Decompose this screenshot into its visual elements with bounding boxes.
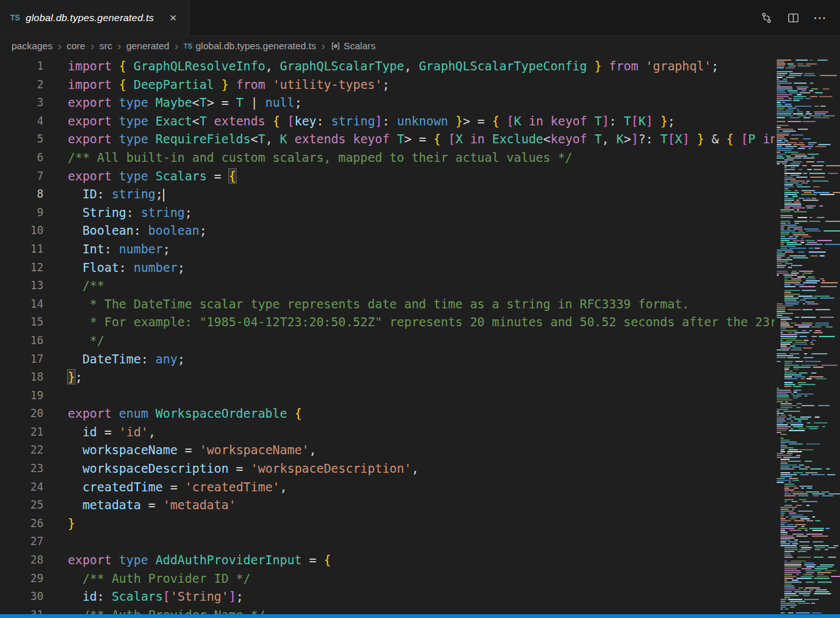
code-line[interactable]: 1import { GraphQLResolveInfo, GraphQLSca… <box>0 57 775 75</box>
line-number[interactable]: 9 <box>0 203 43 222</box>
line-number[interactable]: 18 <box>0 368 43 386</box>
code-token <box>265 114 272 128</box>
minimap[interactable] <box>775 56 840 614</box>
code-line[interactable]: 6/** All built-in and custom scalars, ma… <box>0 148 775 167</box>
code-line-content: id = 'id', <box>43 423 155 441</box>
line-number[interactable]: 22 <box>0 441 43 459</box>
line-number[interactable]: 31 <box>0 606 43 614</box>
code-line[interactable]: 16 */ <box>0 331 775 350</box>
code-token: * For example: "1985-04-12T23:20:50.52Z"… <box>68 315 775 329</box>
line-number[interactable]: 28 <box>0 551 43 569</box>
code-line[interactable]: 26} <box>0 514 775 533</box>
code-token <box>68 589 82 603</box>
breadcrumb-item-packages[interactable]: packages <box>12 40 52 51</box>
code-line[interactable]: 29 /** Auth Provider ID */ <box>0 569 775 588</box>
line-number[interactable]: 8 <box>0 185 43 203</box>
code-line[interactable]: 3export type Maybe<T> = T | null; <box>0 93 775 112</box>
code-token: in <box>470 132 485 146</box>
more-actions-icon[interactable]: ⋯ <box>812 10 828 26</box>
line-number[interactable]: 13 <box>0 276 43 295</box>
code-token <box>68 260 82 274</box>
open-changes-icon[interactable] <box>758 10 775 26</box>
code-line[interactable]: 31 /** Auth Provider Name */ <box>0 606 775 614</box>
code-line[interactable]: 20export enum WorkspaceOrderable { <box>0 404 775 423</box>
code-token: T <box>660 132 667 146</box>
code-line[interactable]: 11 Int: number; <box>0 240 775 258</box>
code-line[interactable]: 15 * For example: "1985-04-12T23:20:50.5… <box>0 313 775 331</box>
line-number[interactable]: 21 <box>0 423 43 441</box>
code-line[interactable]: 17 DateTime: any; <box>0 350 775 368</box>
line-number[interactable]: 19 <box>0 386 43 405</box>
line-number[interactable]: 4 <box>0 112 43 131</box>
code-line[interactable]: 2import { DeepPartial } from 'utility-ty… <box>0 75 775 94</box>
code-area[interactable]: 1import { GraphQLResolveInfo, GraphQLSca… <box>0 56 775 614</box>
breadcrumb-item-symbol-scalars[interactable]: Scalars <box>331 40 376 51</box>
code-line[interactable]: 5export type RequireFields<T, K extends … <box>0 130 775 148</box>
breadcrumb-item-generated[interactable]: generated <box>126 40 169 51</box>
code-token: /** All built-in and custom scalars, map… <box>68 150 572 164</box>
code-token: id <box>82 425 97 439</box>
line-number[interactable]: 5 <box>0 130 43 148</box>
code-token: import <box>68 77 119 91</box>
code-token: } <box>68 516 75 530</box>
line-number[interactable]: 7 <box>0 167 43 186</box>
breadcrumb-item-file[interactable]: TS global.db.types.generated.ts <box>183 40 316 51</box>
code-token <box>448 114 455 128</box>
line-number[interactable]: 20 <box>0 404 43 423</box>
line-number[interactable]: 29 <box>0 569 43 588</box>
code-token: ; <box>185 205 192 219</box>
code-token: } <box>455 114 462 128</box>
code-line[interactable]: 24 createdTime = 'createdTime', <box>0 478 775 496</box>
line-number[interactable]: 25 <box>0 496 43 514</box>
code-line[interactable]: 21 id = 'id', <box>0 423 775 441</box>
breadcrumb-item-core[interactable]: core <box>66 40 85 51</box>
code-line[interactable]: 27 <box>0 532 775 551</box>
code-token: > = <box>404 132 433 146</box>
line-number[interactable]: 24 <box>0 478 43 496</box>
line-number[interactable]: 12 <box>0 258 43 277</box>
line-number[interactable]: 6 <box>0 148 43 167</box>
close-tab-icon[interactable]: × <box>166 11 180 25</box>
code-line[interactable]: 22 workspaceName = 'workspaceName', <box>0 441 775 459</box>
code-line[interactable]: 8 ID: string; <box>0 185 775 203</box>
code-line[interactable]: 25 metadata = 'metadata' <box>0 496 775 514</box>
code-line[interactable]: 4export type Exact<T extends { [key: str… <box>0 112 775 131</box>
text-cursor <box>163 189 164 202</box>
code-token: } <box>595 59 602 73</box>
tab-global-db-types-generated[interactable]: TS global.db.types.generated.ts × <box>0 0 190 35</box>
code-line[interactable]: 18}; <box>0 368 775 386</box>
code-line[interactable]: 23 workspaceDescription = 'workspaceDesc… <box>0 459 775 478</box>
code-token: ] <box>682 132 689 146</box>
code-line[interactable]: 12 Float: number; <box>0 258 775 277</box>
code-line[interactable]: 28export type AddAuthProviderInput = { <box>0 551 775 569</box>
code-token: from <box>609 59 639 73</box>
code-line[interactable]: 13 /** <box>0 276 775 295</box>
minimap-canvas[interactable] <box>775 56 840 615</box>
code-line-content: export enum WorkspaceOrderable { <box>43 404 302 423</box>
line-number[interactable]: 10 <box>0 221 43 240</box>
code-line[interactable]: 7export type Scalars = { <box>0 167 775 186</box>
line-number[interactable]: 11 <box>0 240 43 258</box>
breadcrumb-item-src[interactable]: src <box>99 40 112 51</box>
line-number[interactable]: 27 <box>0 532 43 551</box>
code-token: > = <box>463 114 492 128</box>
split-editor-icon[interactable] <box>785 10 802 26</box>
code-token: Float <box>82 260 119 274</box>
code-line[interactable]: 30 id: Scalars['String']; <box>0 587 775 606</box>
code-token: = <box>97 425 119 439</box>
line-number[interactable]: 14 <box>0 295 43 313</box>
line-number[interactable]: 3 <box>0 93 43 112</box>
line-number[interactable]: 30 <box>0 587 43 606</box>
line-number[interactable]: 16 <box>0 331 43 350</box>
code-line[interactable]: 19 <box>0 386 775 405</box>
code-line[interactable]: 9 String: string; <box>0 203 775 222</box>
code-line[interactable]: 14 * The DateTime scalar type represents… <box>0 295 775 313</box>
line-number[interactable]: 15 <box>0 313 43 331</box>
line-number[interactable]: 1 <box>0 57 43 75</box>
line-number[interactable]: 23 <box>0 459 43 478</box>
line-number[interactable]: 17 <box>0 350 43 368</box>
line-number[interactable]: 2 <box>0 75 43 94</box>
code-line[interactable]: 10 Boolean: boolean; <box>0 221 775 240</box>
code-token: number <box>119 242 163 256</box>
line-number[interactable]: 26 <box>0 514 43 533</box>
